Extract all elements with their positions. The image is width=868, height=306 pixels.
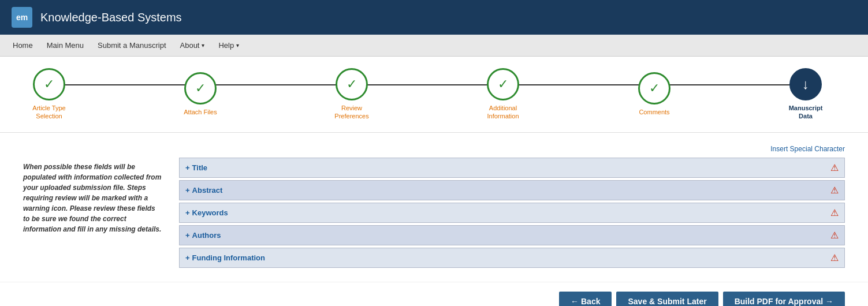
step-circle-5: ✓	[638, 72, 670, 105]
main-content: When possible these fields will be popul…	[0, 133, 868, 282]
form-section-abstract-label: + Abstract	[185, 186, 222, 195]
step-label-3: ReviewPreferences	[334, 104, 368, 121]
insert-special-container: Insert Special Character	[179, 144, 845, 153]
warning-icon-abstract: ⚠	[830, 185, 839, 196]
warning-icon-title: ⚠	[830, 162, 839, 173]
about-chevron-icon: ▾	[202, 42, 204, 48]
step-manuscript-data[interactable]: ↓ ManuscriptData	[780, 68, 832, 121]
footer-buttons: ← Back Save & Submit Later Build PDF for…	[0, 282, 868, 306]
navbar: Home Main Menu Submit a Manuscript About…	[0, 35, 868, 57]
form-section-keywords-label: + Keywords	[185, 208, 228, 217]
step-review-preferences[interactable]: ✓ ReviewPreferences	[326, 68, 378, 121]
form-panel: Insert Special Character + Title ⚠ + Abs…	[179, 144, 845, 270]
progress-track: ✓ Article TypeSelection ✓ Attach Files ✓…	[23, 68, 832, 121]
step-circle-2: ✓	[184, 72, 217, 105]
step-label-1: Article TypeSelection	[32, 104, 65, 121]
step-circle-6: ↓	[789, 68, 822, 100]
nav-help[interactable]: Help ▾	[211, 36, 246, 54]
app-title: Knowledge-Based Systems	[40, 11, 182, 24]
plus-icon-title: +	[185, 163, 190, 172]
form-section-keywords[interactable]: + Keywords ⚠	[179, 203, 845, 223]
build-pdf-button[interactable]: Build PDF for Approval →	[723, 292, 845, 306]
form-section-funding[interactable]: + Funding Information ⚠	[179, 248, 845, 268]
form-section-abstract[interactable]: + Abstract ⚠	[179, 180, 845, 200]
step-additional-info[interactable]: ✓ AdditionalInformation	[477, 68, 529, 121]
step-attach-files[interactable]: ✓ Attach Files	[174, 72, 226, 116]
step-label-5: Comments	[639, 108, 669, 116]
step-label-2: Attach Files	[184, 108, 217, 116]
nav-submit-manuscript[interactable]: Submit a Manuscript	[91, 36, 173, 54]
warning-icon-keywords: ⚠	[830, 207, 839, 218]
plus-icon-funding: +	[185, 253, 190, 262]
step-article-type[interactable]: ✓ Article TypeSelection	[23, 68, 75, 121]
form-section-title[interactable]: + Title ⚠	[179, 158, 845, 178]
nav-home[interactable]: Home	[6, 36, 40, 54]
instructions-text: When possible these fields will be popul…	[23, 162, 162, 234]
step-label-4: AdditionalInformation	[487, 104, 519, 121]
header: em Knowledge-Based Systems	[0, 0, 868, 35]
step-comments[interactable]: ✓ Comments	[628, 72, 680, 116]
form-section-funding-label: + Funding Information	[185, 253, 265, 262]
warning-icon-authors: ⚠	[830, 230, 839, 241]
progress-line	[52, 84, 803, 85]
insert-special-link[interactable]: Insert Special Character	[770, 145, 845, 153]
step-circle-1: ✓	[33, 68, 65, 100]
plus-icon-keywords: +	[185, 208, 190, 217]
form-section-authors-label: + Authors	[185, 231, 221, 240]
nav-main-menu[interactable]: Main Menu	[40, 36, 91, 54]
step-circle-3: ✓	[336, 68, 368, 100]
progress-section: ✓ Article TypeSelection ✓ Attach Files ✓…	[0, 57, 868, 133]
content-row: When possible these fields will be popul…	[23, 144, 845, 270]
back-button[interactable]: ← Back	[559, 292, 612, 306]
instructions-panel: When possible these fields will be popul…	[23, 144, 162, 270]
step-label-6: ManuscriptData	[789, 104, 823, 121]
form-section-authors[interactable]: + Authors ⚠	[179, 225, 845, 245]
plus-icon-abstract: +	[185, 186, 190, 195]
help-chevron-icon: ▾	[236, 42, 239, 48]
app-logo: em	[12, 7, 32, 28]
warning-icon-funding: ⚠	[830, 252, 839, 263]
plus-icon-authors: +	[185, 231, 190, 240]
save-submit-later-button[interactable]: Save & Submit Later	[616, 292, 718, 306]
step-circle-4: ✓	[487, 68, 519, 100]
form-section-title-label: + Title	[185, 163, 207, 172]
nav-about[interactable]: About ▾	[173, 36, 212, 54]
